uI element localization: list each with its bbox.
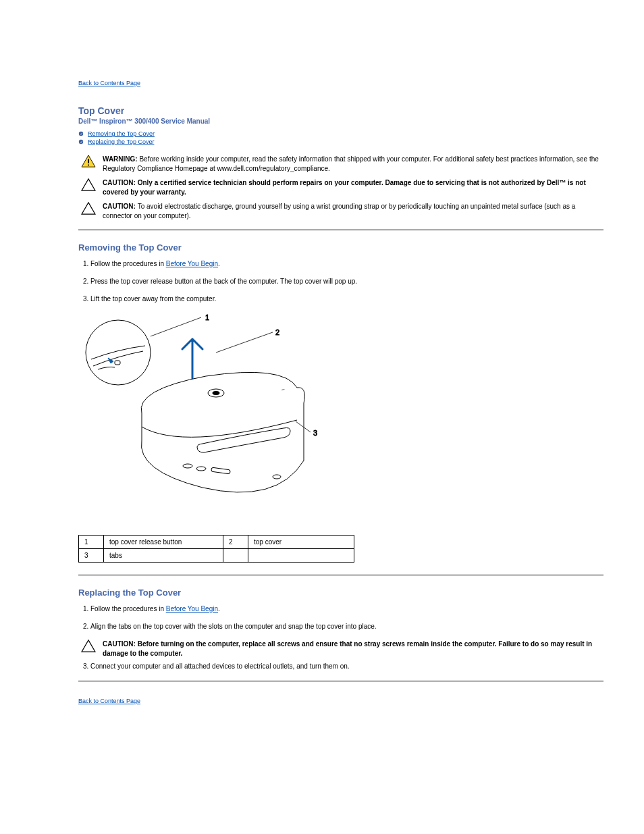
toc-link-removing[interactable]: Removing the Top Cover — [88, 130, 155, 137]
section-replacing-title: Replacing the Top Cover — [78, 588, 603, 598]
table-cell — [248, 549, 354, 563]
step-text-prefix: Follow the procedures in — [90, 605, 166, 613]
step-item: Follow the procedures in Before You Begi… — [90, 604, 603, 614]
before-you-begin-link[interactable]: Before You Begin — [166, 605, 218, 613]
page-content: Back to Contents Page Top Cover Dell™ In… — [0, 0, 644, 733]
steps-removing: Follow the procedures in Before You Begi… — [78, 259, 603, 304]
warning-icon — [81, 155, 96, 168]
svg-point-4 — [86, 320, 151, 385]
caution-label-2: CAUTION: — [103, 203, 138, 210]
table-cell: tabs — [104, 549, 223, 563]
warning-label: WARNING: — [103, 155, 139, 163]
page-subtitle: Dell™ Inspiron™ 300/400 Service Manual — [78, 118, 603, 125]
caution-notice-2: CAUTION: To avoid electrostatic discharg… — [78, 202, 603, 220]
table-cell: top cover release button — [104, 536, 223, 549]
caution-text-2: CAUTION: To avoid electrostatic discharg… — [103, 202, 603, 220]
warning-notice: WARNING: Before working inside your comp… — [78, 155, 603, 173]
back-to-contents-top[interactable]: Back to Contents Page — [78, 80, 140, 86]
svg-point-1 — [79, 140, 83, 144]
divider — [78, 230, 603, 230]
step-item: Align the tabs on the top cover with the… — [90, 622, 603, 631]
table-cell: top cover — [248, 536, 354, 549]
caution-postwork-body: Before turning on the computer, replace … — [103, 640, 592, 657]
device-illustration: 1 2 3 — [81, 312, 603, 524]
svg-point-0 — [79, 132, 83, 136]
warning-body: Before working inside your computer, rea… — [103, 155, 599, 172]
parts-table: 1 top cover release button 2 top cover 3… — [78, 535, 354, 563]
steps-replacing: Follow the procedures in Before You Begi… — [78, 604, 603, 631]
svg-line-8 — [216, 332, 273, 353]
svg-text:2: 2 — [275, 328, 279, 336]
caution-label-1: CAUTION: — [103, 179, 138, 186]
step-item: Follow the procedures in Before You Begi… — [90, 259, 603, 269]
table-cell: 3 — [79, 549, 104, 563]
warning-text: WARNING: Before working inside your comp… — [103, 155, 603, 173]
divider — [78, 575, 603, 575]
bullet-icon — [78, 131, 84, 136]
table-row: 3 tabs — [79, 549, 354, 563]
caution-postwork: CAUTION: Before turning on the computer,… — [78, 640, 603, 658]
caution-postwork-text: CAUTION: Before turning on the computer,… — [103, 640, 603, 658]
svg-point-13 — [183, 464, 192, 468]
step-item: Connect your computer and all attached d… — [90, 662, 603, 671]
caution-body-1: Only a certified service technician shou… — [103, 179, 586, 196]
caution-text-1: CAUTION: Only a certified service techni… — [103, 178, 603, 197]
caution-icon — [81, 178, 96, 192]
svg-text:1: 1 — [205, 313, 209, 321]
svg-text:3: 3 — [313, 429, 317, 437]
svg-rect-2 — [88, 159, 89, 163]
table-cell: 2 — [223, 536, 248, 549]
caution-postwork-label: CAUTION: — [103, 640, 138, 648]
step-item: Lift the top cover away from the compute… — [90, 294, 603, 304]
svg-line-6 — [151, 317, 201, 336]
toc-bullets: Removing the Top Cover Replacing the Top… — [78, 130, 603, 145]
step-text-suffix: . — [218, 260, 220, 267]
before-you-begin-link[interactable]: Before You Begin — [166, 260, 218, 267]
table-cell — [223, 549, 248, 563]
section-removing-title: Removing the Top Cover — [78, 242, 603, 253]
svg-rect-3 — [88, 165, 89, 166]
table-row: 1 top cover release button 2 top cover — [79, 536, 354, 549]
step-item: Press the top cover release button at th… — [90, 277, 603, 286]
caution-icon — [81, 202, 96, 215]
steps-final: Connect your computer and all attached d… — [78, 662, 603, 671]
svg-point-16 — [273, 475, 281, 479]
caution-body-2: To avoid electrostatic discharge, ground… — [103, 203, 575, 219]
toc-link-replacing[interactable]: Replacing the Top Cover — [88, 138, 154, 145]
page-title: Top Cover — [78, 105, 603, 116]
step-text-suffix: . — [218, 605, 220, 613]
table-cell: 1 — [79, 536, 104, 549]
bullet-icon — [78, 139, 84, 145]
caution-icon — [81, 640, 96, 653]
svg-point-11 — [213, 392, 219, 395]
divider — [78, 681, 603, 681]
caution-notice-1: CAUTION: Only a certified service techni… — [78, 178, 603, 197]
back-to-contents-bottom[interactable]: Back to Contents Page — [78, 698, 140, 704]
svg-point-14 — [196, 467, 206, 471]
step-text-prefix: Follow the procedures in — [90, 260, 166, 267]
